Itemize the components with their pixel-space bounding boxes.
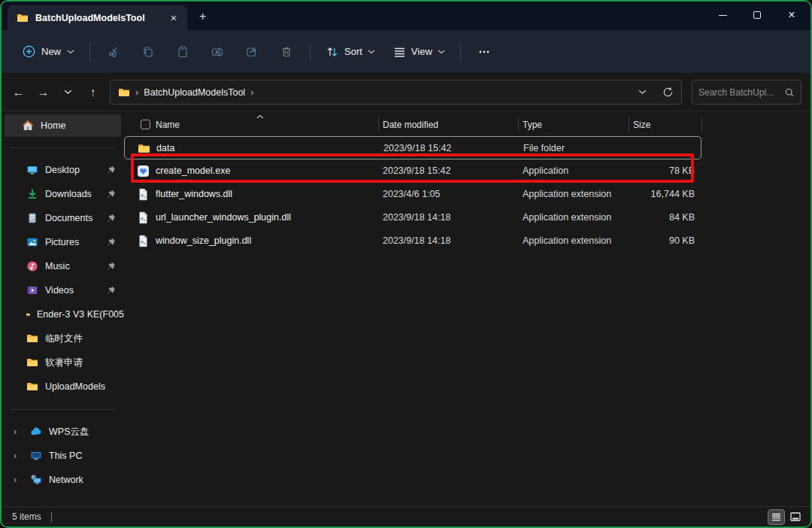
- expand-chevron-icon[interactable]: ›: [9, 451, 21, 461]
- tab-title: BatchUploadModelsTool: [35, 13, 159, 23]
- expand-chevron-icon[interactable]: ›: [9, 426, 21, 437]
- sidebar-item-folder[interactable]: Ender-3 V3 KE(F005: [2, 302, 124, 326]
- explorer-tab[interactable]: BatchUploadModelsTool ×: [8, 5, 187, 30]
- close-button[interactable]: ×: [774, 2, 809, 29]
- new-button-label: New: [41, 46, 61, 57]
- breadcrumb-chevron-icon[interactable]: ›: [250, 86, 253, 98]
- refresh-button[interactable]: [662, 86, 674, 98]
- recent-locations-button[interactable]: [56, 80, 80, 105]
- file-row-url-launcher-dll[interactable]: url_launcher_windows_plugin.dll 2023/9/1…: [124, 206, 701, 229]
- sidebar-item-label: Videos: [45, 285, 74, 296]
- file-row-window-size-dll[interactable]: window_size_plugin.dll 2023/9/18 14:18 A…: [124, 229, 701, 253]
- more-options-button[interactable]: [467, 38, 501, 65]
- file-date: 2023/9/18 14:18: [383, 235, 450, 246]
- column-header-date-modified[interactable]: Date modified: [383, 120, 438, 130]
- trash-icon: [280, 45, 293, 59]
- chevron-down-icon: [368, 50, 375, 54]
- column-header-size[interactable]: Size: [633, 120, 650, 130]
- maximize-icon: [753, 11, 761, 19]
- folder-icon: [26, 381, 38, 393]
- details-view-button[interactable]: [768, 510, 784, 524]
- breadcrumb-chevron-icon[interactable]: ›: [135, 86, 138, 98]
- file-row-create-model-exe[interactable]: create_model.exe 2023/9/18 15:42 Applica…: [124, 159, 701, 183]
- sidebar-item-pictures[interactable]: Pictures: [2, 230, 124, 254]
- sort-button[interactable]: Sort: [317, 38, 384, 65]
- delete-button[interactable]: [269, 38, 304, 65]
- sidebar-item-network[interactable]: › Network: [2, 468, 124, 492]
- file-rows: data 2023/9/18 15:42 File folder create_…: [124, 136, 701, 253]
- sidebar-item-desktop[interactable]: Desktop: [2, 158, 124, 182]
- share-icon: [245, 45, 259, 59]
- sidebar-item-label: Home: [41, 120, 65, 131]
- sidebar-item-documents[interactable]: Documents: [2, 206, 124, 230]
- sidebar-item-music[interactable]: Music: [2, 254, 124, 278]
- file-name: create_model.exe: [156, 165, 230, 176]
- sidebar-item-folder[interactable]: 临时文件: [2, 326, 124, 350]
- file-name: url_launcher_windows_plugin.dll: [156, 212, 291, 223]
- tab-close-icon[interactable]: ×: [166, 11, 181, 26]
- sort-icon: [326, 46, 339, 58]
- select-all-checkbox[interactable]: [141, 120, 150, 129]
- column-headers: Name Date modified Type Size: [124, 114, 810, 136]
- maximize-button[interactable]: [740, 2, 774, 29]
- paste-button[interactable]: [165, 38, 200, 65]
- file-list-pane: Name Date modified Type Size data 2023/9…: [124, 111, 810, 506]
- sidebar-item-downloads[interactable]: Downloads: [2, 182, 124, 206]
- search-icon[interactable]: [784, 87, 795, 98]
- cut-button[interactable]: [96, 38, 131, 65]
- file-row-flutter-windows-dll[interactable]: flutter_windows.dll 2023/4/6 1:05 Applic…: [124, 183, 701, 206]
- address-dropdown-chevron-icon[interactable]: [638, 90, 647, 95]
- sidebar-item-label: Documents: [45, 213, 92, 223]
- column-divider[interactable]: [378, 117, 379, 132]
- command-toolbar: New A Sort View: [2, 30, 810, 74]
- forward-button[interactable]: →: [31, 80, 56, 105]
- chevron-down-icon: [67, 50, 74, 54]
- rename-button[interactable]: A: [200, 38, 235, 65]
- column-header-type[interactable]: Type: [523, 120, 542, 130]
- sidebar-item-videos[interactable]: Videos: [2, 278, 124, 302]
- cut-icon: [107, 45, 120, 59]
- new-button[interactable]: New: [14, 38, 83, 65]
- search-box[interactable]: [692, 80, 801, 105]
- large-icons-view-button[interactable]: [787, 510, 803, 524]
- sidebar-item-label: Downloads: [45, 189, 92, 199]
- large-icons-view-icon: [790, 512, 801, 521]
- file-explorer-window: BatchUploadModelsTool × + × New: [0, 0, 812, 528]
- pin-icon: [107, 286, 116, 295]
- folder-icon: [138, 142, 150, 155]
- file-row-data[interactable]: data 2023/9/18 15:42 File folder: [124, 136, 701, 159]
- view-button[interactable]: View: [384, 38, 454, 65]
- details-view-icon: [771, 513, 781, 521]
- sidebar-item-folder[interactable]: UploadModels: [2, 375, 124, 399]
- network-icon: [30, 474, 42, 486]
- minimize-button[interactable]: [705, 2, 740, 29]
- pin-icon: [107, 165, 116, 174]
- new-tab-button[interactable]: +: [199, 11, 206, 30]
- sidebar-item-label: UploadModels: [45, 381, 105, 392]
- sidebar-item-folder[interactable]: 软著申请: [2, 350, 124, 375]
- folder-icon: [26, 357, 38, 369]
- sidebar-divider: [11, 147, 115, 148]
- column-divider[interactable]: [518, 117, 519, 132]
- file-type: Application: [523, 165, 568, 176]
- sidebar-item-home[interactable]: Home: [5, 114, 121, 137]
- folder-icon: [26, 332, 38, 344]
- toolbar-divider: [310, 42, 311, 62]
- address-bar[interactable]: › BatchUploadModelsTool ›: [110, 80, 682, 105]
- back-button[interactable]: ←: [6, 80, 31, 105]
- search-input[interactable]: [698, 87, 780, 98]
- up-button[interactable]: ↑: [80, 80, 105, 105]
- view-toggles: [768, 510, 803, 524]
- column-divider[interactable]: [701, 117, 702, 132]
- sidebar-item-wps-cloud[interactable]: › WPS云盘: [2, 420, 124, 444]
- copy-button[interactable]: [131, 38, 165, 65]
- toolbar-divider: [460, 42, 461, 62]
- share-button[interactable]: [235, 38, 269, 65]
- ellipsis-icon: [477, 45, 491, 59]
- sidebar-item-this-pc[interactable]: › This PC: [2, 444, 124, 468]
- sidebar-item-label: WPS云盘: [49, 426, 89, 438]
- column-divider[interactable]: [629, 117, 629, 132]
- column-header-name[interactable]: Name: [156, 120, 180, 130]
- breadcrumb[interactable]: BatchUploadModelsTool: [144, 87, 245, 98]
- expand-chevron-icon[interactable]: ›: [9, 475, 21, 485]
